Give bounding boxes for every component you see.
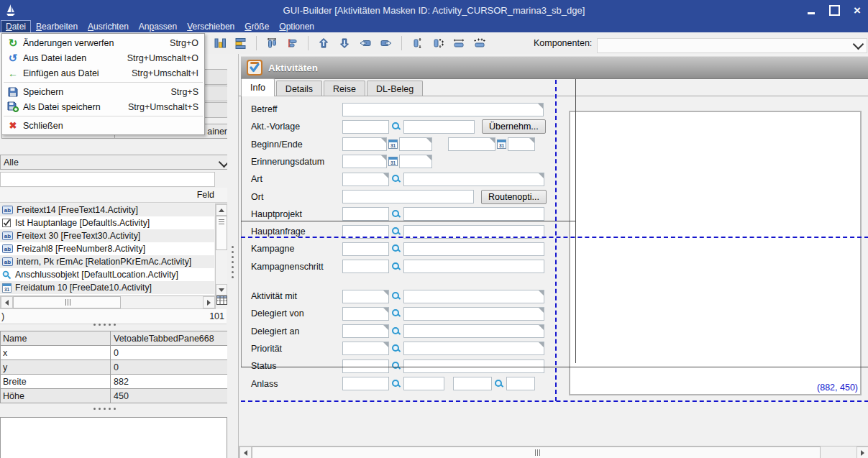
placeholder-text-area[interactable]: (882, 450)	[569, 111, 862, 395]
text-input[interactable]	[342, 155, 387, 168]
text-input[interactable]	[403, 173, 544, 186]
text-input[interactable]	[399, 137, 432, 151]
property-value[interactable]: 450	[111, 389, 227, 403]
lookup-search-icon[interactable]	[390, 342, 402, 354]
property-value[interactable]: VetoableTabbedPane668	[111, 331, 227, 345]
menu-item-einfügen-aus-datei[interactable]: ← Einfügen aus Datei Strg+Umschalt+I	[2, 65, 204, 81]
menu-optionen[interactable]: Optionen	[275, 21, 319, 32]
lookup-search-icon[interactable]	[493, 377, 505, 390]
calendar-picker-icon[interactable]: 31	[497, 139, 506, 149]
lookup-search-icon[interactable]	[390, 121, 402, 133]
menu-item-speichern[interactable]: Speichern Strg+S	[2, 84, 204, 99]
scroll-down-button[interactable]	[216, 284, 227, 296]
text-input[interactable]	[508, 137, 535, 151]
calendar-picker-icon[interactable]: 31	[388, 139, 398, 149]
calendar-picker-icon[interactable]: 31	[388, 157, 398, 166]
field-list-item[interactable]: ab Freitext 30 [FreeText30.Activity]	[0, 229, 214, 242]
maximize-button[interactable]	[828, 4, 841, 17]
menu-item-änderungen-verwerfen[interactable]: ↻ Änderungen verwerfen Strg+O	[2, 35, 204, 50]
lookup-search-icon[interactable]	[390, 208, 402, 220]
form-button-übernehm[interactable]: Übernehm...	[482, 119, 546, 134]
distribute-columns-icon[interactable]	[213, 36, 227, 50]
field-list-item[interactable]: Anschlussobjekt [DefaultLocation.Activit…	[0, 268, 214, 281]
scroll-left-button[interactable]	[239, 446, 252, 458]
text-input[interactable]	[342, 324, 389, 338]
lookup-search-icon[interactable]	[390, 173, 402, 186]
menu-item-als-datei-speichern[interactable]: Als Datei speichern Strg+Umschalt+S	[2, 99, 204, 114]
field-list-item[interactable]: ab intern, Pk rEmAc [RelationPKrEmAc.Act…	[0, 255, 214, 268]
lookup-search-icon[interactable]	[390, 290, 402, 303]
field-list-vertical-scrollbar[interactable]	[215, 203, 228, 296]
tab-reise[interactable]: Reise	[324, 81, 365, 96]
text-input[interactable]	[342, 103, 544, 116]
splitter-drag-handle[interactable]	[232, 246, 234, 278]
text-input[interactable]	[342, 260, 389, 273]
field-list-item[interactable]: ab Freizahl8 [FreeNumber8.Activity]	[0, 242, 214, 255]
text-input[interactable]	[403, 342, 544, 355]
resize-height-grow-icon[interactable]	[431, 36, 445, 50]
menu-item-aus-datei-laden[interactable]: ↺ Aus Datei laden Strg+Umschalt+O	[2, 50, 204, 65]
text-input[interactable]	[342, 207, 389, 221]
text-input[interactable]	[342, 342, 389, 355]
menu-datei[interactable]: Datei	[1, 21, 30, 32]
text-input[interactable]	[399, 155, 432, 168]
scrollbar-thumb[interactable]	[252, 446, 821, 458]
text-input[interactable]	[403, 307, 544, 321]
field-search-input[interactable]	[0, 172, 215, 187]
align-top-icon[interactable]	[265, 36, 279, 50]
field-filter-combobox[interactable]: Alle	[0, 155, 234, 170]
property-value[interactable]: 0	[111, 360, 227, 374]
menu-ausrichten[interactable]: Ausrichten	[83, 21, 133, 32]
resize-width-icon[interactable]	[452, 36, 466, 50]
scrollbar-thumb[interactable]	[216, 216, 227, 250]
panel-drag-handle[interactable]	[93, 408, 116, 410]
scroll-left-button[interactable]	[1, 296, 13, 308]
tab-dl-beleg[interactable]: DL-Beleg	[367, 81, 423, 96]
lookup-search-icon[interactable]	[390, 325, 402, 337]
vertical-splitter[interactable]	[227, 54, 238, 458]
close-button[interactable]: ×	[851, 4, 864, 17]
move-down-icon[interactable]	[337, 36, 352, 50]
menu-bearbeiten[interactable]: Bearbeiten	[32, 21, 82, 32]
field-list-item[interactable]: ab Freitext14 [FreeText14.Activity]	[0, 203, 214, 216]
menu-item-schließen[interactable]: ✖ Schließen	[2, 118, 204, 133]
text-input[interactable]	[403, 242, 544, 256]
tab-info[interactable]: Info	[241, 78, 275, 96]
panel-drag-handle[interactable]	[93, 324, 116, 326]
lookup-search-icon[interactable]	[390, 308, 402, 320]
minimize-button[interactable]	[805, 4, 818, 17]
field-list-item[interactable]: 31 Freidatum 10 [FreeDate10.Activity]	[0, 281, 214, 294]
lookup-search-icon[interactable]	[390, 260, 402, 272]
text-input[interactable]	[342, 190, 474, 203]
resize-width-grow-icon[interactable]	[472, 36, 487, 50]
menu-gr-e[interactable]: Größe	[240, 21, 273, 32]
text-input[interactable]	[342, 290, 389, 303]
text-input[interactable]	[403, 207, 544, 221]
field-list-item[interactable]: Ist Hauptanlage [DefaultIs.Activity]	[0, 216, 214, 229]
text-input[interactable]	[506, 377, 535, 390]
distribute-rows-icon[interactable]	[234, 36, 248, 50]
tab-details[interactable]: Details	[276, 81, 322, 96]
property-value[interactable]: 0	[111, 346, 227, 359]
komponenten-combobox[interactable]	[597, 38, 867, 53]
form-button-routenopti[interactable]: Routenopti...	[481, 190, 547, 204]
canvas-horizontal-scrollbar[interactable]	[239, 446, 868, 458]
align-left-icon[interactable]	[285, 36, 300, 50]
text-input[interactable]	[342, 307, 389, 321]
text-input[interactable]	[342, 120, 389, 134]
field-column-header[interactable]: Feld	[0, 188, 255, 203]
table-view-icon[interactable]	[216, 296, 227, 307]
text-input[interactable]	[453, 377, 492, 390]
text-input[interactable]	[403, 120, 475, 134]
text-input[interactable]	[342, 242, 389, 256]
resize-height-icon[interactable]	[410, 36, 424, 50]
property-value[interactable]: 882	[111, 375, 227, 388]
scroll-up-button[interactable]	[216, 204, 227, 216]
scroll-right-button[interactable]	[856, 446, 868, 458]
move-left-icon[interactable]	[358, 36, 373, 50]
text-input[interactable]	[448, 137, 495, 151]
lookup-search-icon[interactable]	[390, 243, 402, 255]
move-up-icon[interactable]	[316, 36, 331, 50]
lookup-search-icon[interactable]	[390, 377, 402, 390]
text-input[interactable]	[342, 173, 389, 186]
